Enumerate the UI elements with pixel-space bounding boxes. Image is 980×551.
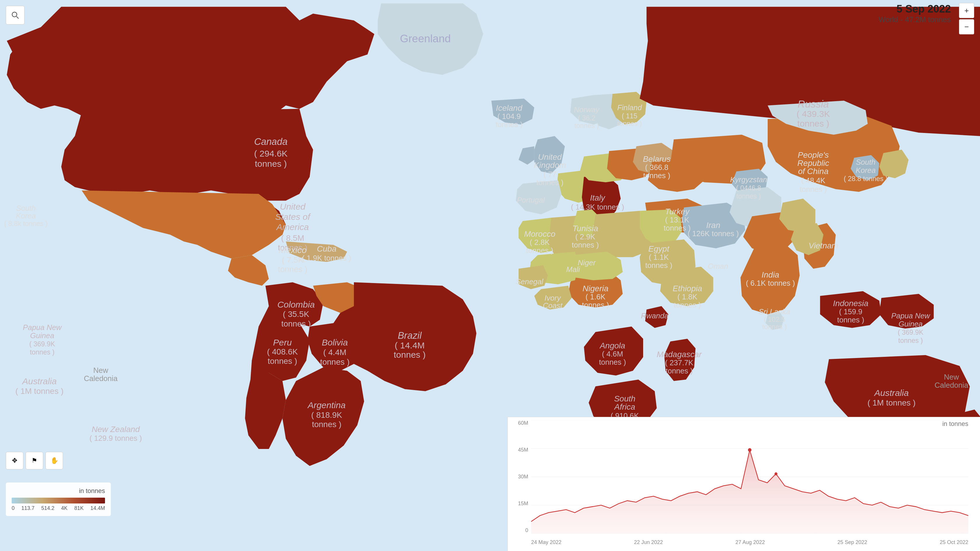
svg-text:( 6.1K tonnes ): ( 6.1K tonnes ) bbox=[746, 279, 795, 287]
svg-point-141 bbox=[748, 448, 752, 452]
y-label-60m: 60M bbox=[518, 420, 528, 426]
svg-text:tonnes ): tonnes ) bbox=[320, 357, 349, 367]
zoom-in-button[interactable]: + bbox=[959, 3, 974, 18]
svg-text:( 237.7K: ( 237.7K bbox=[665, 359, 693, 367]
svg-text:Korea: Korea bbox=[16, 212, 36, 220]
chart-svg-wrapper bbox=[531, 420, 968, 534]
svg-text:tonnes ): tonnes ) bbox=[496, 121, 523, 129]
y-label-15m: 15M bbox=[518, 500, 528, 507]
svg-text:( 7.5K: ( 7.5K bbox=[282, 256, 304, 264]
svg-text:Tunisia: Tunisia bbox=[573, 224, 598, 233]
flag-tool-button[interactable]: ⚑ bbox=[25, 452, 43, 469]
legend-label-5: 14.4M bbox=[91, 505, 105, 511]
svg-text:tonnes ): tonnes ) bbox=[645, 261, 672, 269]
svg-text:( 35.5K: ( 35.5K bbox=[283, 310, 309, 319]
svg-text:( 408.6K: ( 408.6K bbox=[267, 347, 298, 356]
map-tools: ✥ ⚑ ✋ bbox=[6, 452, 63, 469]
zoom-out-button[interactable]: − bbox=[959, 19, 974, 34]
svg-text:Egypt: Egypt bbox=[648, 244, 670, 253]
svg-text:tonnes ): tonnes ) bbox=[898, 337, 923, 344]
svg-text:Guinea: Guinea bbox=[30, 332, 54, 340]
svg-text:Kyrgyzstan: Kyrgyzstan bbox=[730, 176, 767, 184]
map-subtitle: World - 47.2M tonnes bbox=[878, 15, 951, 24]
svg-text:tonnes ): tonnes ) bbox=[536, 178, 563, 187]
legend-labels: 0 113.7 514.2 4K 81K 14.4M bbox=[12, 505, 105, 511]
y-label-45m: 45M bbox=[518, 447, 528, 453]
svg-text:( 8.8k tonnes ): ( 8.8k tonnes ) bbox=[4, 220, 48, 227]
svg-text:tonnes ): tonnes ) bbox=[663, 224, 690, 232]
svg-text:tonnes ): tonnes ) bbox=[617, 120, 642, 127]
legend-bar bbox=[12, 498, 105, 503]
svg-text:People's: People's bbox=[798, 151, 829, 159]
svg-text:America: America bbox=[276, 222, 309, 232]
legend-title: in tonnes bbox=[12, 487, 105, 495]
svg-text:tonnes ): tonnes ) bbox=[30, 348, 54, 356]
svg-text:Bolivia: Bolivia bbox=[322, 338, 348, 347]
chart-panel: 60M 45M 30M 15M 0 in tonnes bbox=[508, 417, 980, 551]
svg-text:tonnes ): tonnes ) bbox=[268, 357, 297, 365]
svg-text:Canada: Canada bbox=[254, 136, 287, 147]
svg-text:tonnes ): tonnes ) bbox=[643, 171, 670, 179]
svg-text:tonnes ): tonnes ) bbox=[582, 301, 609, 309]
svg-text:Madagascar: Madagascar bbox=[657, 350, 702, 359]
y-label-30m: 30M bbox=[518, 474, 528, 480]
svg-text:( 4.4M: ( 4.4M bbox=[323, 348, 346, 357]
zoom-controls: + − bbox=[959, 3, 974, 34]
svg-text:tonnes ): tonnes ) bbox=[800, 185, 827, 193]
svg-text:( 8.5M: ( 8.5M bbox=[281, 233, 304, 243]
hand-tool-button[interactable]: ✋ bbox=[46, 452, 63, 469]
legend: in tonnes 0 113.7 514.2 4K 81K 14.4M bbox=[6, 483, 111, 516]
svg-text:Peru: Peru bbox=[273, 338, 292, 347]
svg-text:Colombia: Colombia bbox=[277, 300, 315, 309]
svg-text:New Zealand: New Zealand bbox=[92, 425, 140, 434]
svg-text:Ivory: Ivory bbox=[544, 294, 562, 302]
svg-text:( 115: ( 115 bbox=[622, 112, 637, 120]
x-label-1: 22 Jun 2022 bbox=[634, 539, 663, 545]
svg-text:( 13.1K: ( 13.1K bbox=[665, 216, 689, 224]
svg-text:Morocco: Morocco bbox=[524, 229, 555, 238]
svg-text:Australia: Australia bbox=[874, 388, 909, 398]
svg-text:( 104.9: ( 104.9 bbox=[497, 112, 520, 121]
svg-text:( 1.9K tonnes ): ( 1.9K tonnes ) bbox=[302, 254, 351, 262]
svg-text:( 1M tonnes ): ( 1M tonnes ) bbox=[867, 398, 916, 407]
svg-text:( 159.9: ( 159.9 bbox=[839, 308, 862, 316]
x-label-0: 24 May 2022 bbox=[531, 539, 562, 545]
svg-text:( 126K tonnes ): ( 126K tonnes ) bbox=[688, 229, 739, 238]
legend-label-0: 0 bbox=[12, 505, 14, 511]
svg-text:Ethiopia: Ethiopia bbox=[673, 284, 702, 293]
svg-text:Caledonia: Caledonia bbox=[934, 381, 968, 389]
svg-text:( 1.6K: ( 1.6K bbox=[585, 293, 605, 301]
search-button[interactable] bbox=[6, 6, 24, 24]
svg-text:South: South bbox=[614, 394, 635, 403]
svg-text:tonnes ): tonnes ) bbox=[837, 316, 864, 324]
svg-text:Vietnam: Vietnam bbox=[808, 241, 838, 250]
chart-area: 60M 45M 30M 15M 0 in tonnes bbox=[508, 417, 980, 551]
svg-text:Russia: Russia bbox=[798, 98, 829, 110]
svg-text:( 1.1K: ( 1.1K bbox=[649, 253, 668, 261]
svg-text:United: United bbox=[538, 152, 562, 162]
svg-text:( 369.9K: ( 369.9K bbox=[898, 329, 924, 336]
svg-text:( 0446.8: ( 0446.8 bbox=[736, 184, 761, 192]
cursor-tool-button[interactable]: ✥ bbox=[6, 452, 23, 469]
svg-text:( 2.9K: ( 2.9K bbox=[575, 233, 595, 241]
svg-text:( 77: ( 77 bbox=[543, 170, 556, 178]
svg-text:tonnes ): tonnes ) bbox=[526, 246, 553, 254]
svg-text:( 4.6M: ( 4.6M bbox=[602, 350, 623, 358]
svg-text:( 36.2: ( 36.2 bbox=[578, 114, 596, 122]
svg-text:Niger: Niger bbox=[578, 259, 596, 267]
svg-text:( 28.8 tonnes ): ( 28.8 tonnes ) bbox=[844, 175, 888, 183]
y-label-0: 0 bbox=[525, 527, 528, 534]
svg-text:( 14.4M: ( 14.4M bbox=[395, 340, 425, 350]
svg-text:United: United bbox=[280, 202, 305, 211]
svg-text:Australia: Australia bbox=[22, 376, 57, 386]
svg-text:Finland: Finland bbox=[617, 103, 642, 112]
svg-text:( 1.8K: ( 1.8K bbox=[677, 293, 697, 301]
svg-text:Greenland: Greenland bbox=[400, 32, 450, 44]
x-label-2: 27 Aug 2022 bbox=[735, 539, 765, 545]
svg-text:( 102.5: ( 102.5 bbox=[764, 316, 785, 323]
svg-text:( 1M tonnes ): ( 1M tonnes ) bbox=[16, 387, 64, 395]
svg-text:Brazil: Brazil bbox=[398, 330, 422, 341]
svg-text:New: New bbox=[93, 366, 108, 374]
map-container: Greenland Canada ( 294.6K tonnes ) Unite… bbox=[0, 0, 980, 551]
svg-text:tonnes ): tonnes ) bbox=[674, 301, 701, 309]
